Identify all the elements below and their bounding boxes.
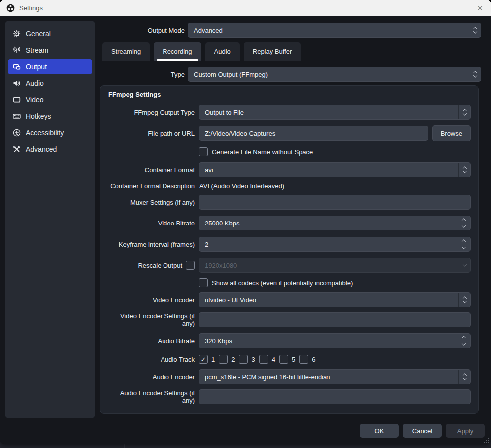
checkbox-box <box>199 278 208 287</box>
sidebar-item-audio[interactable]: Audio <box>8 76 92 91</box>
tools-icon <box>12 145 21 154</box>
recording-type-select[interactable]: Custom Output (FFmpeg) <box>188 67 481 82</box>
sidebar-item-stream[interactable]: Stream <box>8 43 92 58</box>
dropdown-spinner[interactable] <box>458 370 470 384</box>
selected-value: Custom Output (FFmpeg) <box>188 71 268 78</box>
audio-bitrate-row: Audio Bitrate 320 Kbps <box>108 333 471 348</box>
video-encoder-settings-row: Video Encoder Settings (if any) <box>108 312 471 327</box>
video-bitrate-spinbox[interactable]: 25000 Kbps <box>199 216 471 230</box>
spinbox-value: 2 <box>199 241 208 248</box>
checkbox-label: Show all codecs (even if potentially inc… <box>212 279 353 287</box>
sidebar-item-label: Stream <box>26 46 48 54</box>
audio-bitrate-spinbox[interactable]: 320 Kbps <box>199 333 471 348</box>
close-button[interactable]: ✕ <box>469 0 491 16</box>
video-encoder-settings-input[interactable] <box>199 316 470 324</box>
output-mode-select[interactable]: Advanced <box>188 23 481 38</box>
chevron-down-icon <box>462 224 466 227</box>
video-encoder-select[interactable]: utvideo - Ut Video <box>199 292 471 307</box>
resize-grip[interactable] <box>484 437 489 442</box>
audio-track-2-checkbox[interactable]: 2 <box>219 355 235 364</box>
field-label: Keyframe interval (frames) <box>108 241 195 248</box>
browse-button[interactable]: Browse <box>432 125 471 141</box>
track-label: 2 <box>231 356 235 363</box>
monitor-icon <box>12 96 21 104</box>
checkbox-box <box>186 261 195 270</box>
show-all-codecs-checkbox[interactable]: Show all codecs (even if potentially inc… <box>199 278 353 287</box>
track-label: 4 <box>272 356 275 363</box>
dropdown-spinner[interactable] <box>458 105 470 119</box>
sidebar-item-label: Audio <box>26 79 44 87</box>
track-label: 1 <box>211 356 215 363</box>
cancel-button[interactable]: Cancel <box>403 424 442 438</box>
dropdown-spinner[interactable] <box>458 293 470 307</box>
dropdown-spinner[interactable] <box>469 67 481 81</box>
generate-no-space-checkbox[interactable]: Generate File Name without Space <box>199 147 313 156</box>
field-label: Container Format Description <box>108 182 195 190</box>
group-header: FFmpeg Settings <box>108 91 471 98</box>
audio-track-3-checkbox[interactable]: 3 <box>239 355 255 364</box>
audio-track-5-checkbox[interactable]: 5 <box>279 355 295 364</box>
field-label: Rescale Output <box>138 262 182 269</box>
checkbox-label: Generate File Name without Space <box>212 148 313 156</box>
checkbox-box <box>239 355 248 364</box>
sidebar-item-accessibility[interactable]: Accessibility <box>8 125 92 140</box>
show-all-codecs-row: Show all codecs (even if potentially inc… <box>199 278 471 287</box>
type-row: Type Custom Output (FFmpeg) <box>100 67 481 82</box>
rescale-output-row: Rescale Output 1920x1080 <box>108 258 471 273</box>
sidebar-item-output[interactable]: Output <box>8 59 92 74</box>
spinbox-arrows[interactable] <box>457 237 470 251</box>
tab-streaming[interactable]: Streaming <box>102 42 150 61</box>
tab-label: Recording <box>163 48 192 55</box>
spinbox-value: 320 Kbps <box>199 337 232 345</box>
audio-encoder-select[interactable]: pcm_s16le - PCM signed 16-bit little-end… <box>199 369 471 384</box>
ffmpeg-output-type-select[interactable]: Output to File <box>199 105 471 120</box>
chevron-up-icon <box>462 336 466 340</box>
file-path-input[interactable] <box>199 130 428 137</box>
rescale-resolution-select: 1920x1080 <box>199 258 471 273</box>
muxer-settings-input[interactable] <box>199 199 470 206</box>
active-tab-underline <box>157 59 198 61</box>
audio-track-6-checkbox[interactable]: 6 <box>299 355 315 364</box>
audio-track-1-checkbox[interactable]: ✓1 <box>199 355 215 364</box>
speaker-icon <box>12 79 21 88</box>
audio-encoder-settings-input[interactable] <box>199 393 470 401</box>
field-label: Video Bitrate <box>108 220 195 227</box>
background-window-edge <box>124 444 125 448</box>
file-path-row: File path or URL Browse <box>108 125 471 141</box>
tab-audio[interactable]: Audio <box>205 42 240 61</box>
field-label: File path or URL <box>108 130 195 137</box>
checkbox-box <box>259 355 268 364</box>
container-format-select[interactable]: avi <box>199 162 471 177</box>
video-bitrate-row: Video Bitrate 25000 Kbps <box>108 216 471 230</box>
audio-track-4-checkbox[interactable]: 4 <box>259 355 275 364</box>
output-mode-label: Output Mode <box>100 27 185 34</box>
output-icon <box>12 63 21 71</box>
sidebar-item-hotkeys[interactable]: Hotkeys <box>8 109 92 124</box>
keyframe-interval-spinbox[interactable]: 2 <box>199 237 471 252</box>
sidebar-item-video[interactable]: Video <box>8 92 92 107</box>
tab-label: Streaming <box>111 48 141 55</box>
output-tabs: Streaming Recording Audio Replay Buffer <box>102 42 491 61</box>
sidebar-item-general[interactable]: General <box>8 26 92 41</box>
field-label: Audio Bitrate <box>108 337 195 345</box>
chevron-up-icon <box>462 239 466 243</box>
apply-button[interactable]: Apply <box>446 424 485 438</box>
ok-button[interactable]: OK <box>360 424 399 438</box>
tab-replay-buffer[interactable]: Replay Buffer <box>244 42 301 61</box>
accessibility-icon <box>12 129 21 137</box>
sidebar-item-advanced[interactable]: Advanced <box>8 142 92 157</box>
dropdown-spinner[interactable] <box>458 163 470 177</box>
tab-recording[interactable]: Recording <box>154 42 201 61</box>
dropdown-spinner[interactable] <box>469 23 481 37</box>
spinbox-arrows[interactable] <box>457 216 470 230</box>
chevron-down-icon <box>462 111 466 115</box>
title-bar[interactable]: Settings ✕ <box>0 0 491 16</box>
audio-track-row: Audio Track ✓1 2 3 4 5 6 <box>108 355 471 364</box>
spinbox-arrows[interactable] <box>457 334 470 348</box>
gear-icon <box>12 30 21 38</box>
field-label: Audio Encoder Settings (if any) <box>108 389 195 404</box>
rescale-output-checkbox[interactable] <box>186 261 195 270</box>
checkbox-box <box>299 355 308 364</box>
container-format-row: Container Format avi <box>108 162 471 177</box>
chevron-down-icon <box>473 29 477 33</box>
